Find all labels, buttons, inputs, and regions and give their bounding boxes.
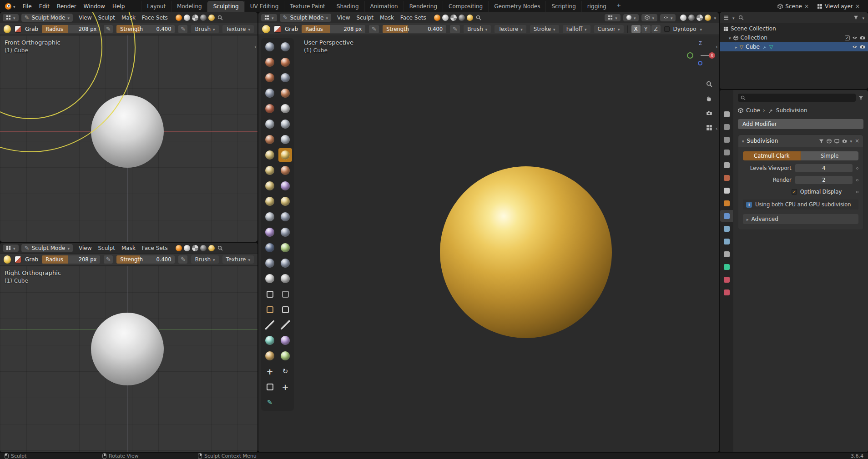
shading-wireframe-icon[interactable]	[680, 15, 686, 21]
strength-pressure-button[interactable]	[178, 25, 187, 33]
tool-button[interactable]	[278, 272, 292, 285]
tool-button[interactable]	[263, 318, 277, 332]
search-icon[interactable]	[217, 15, 223, 20]
optimal-display-checkbox[interactable]	[792, 189, 797, 195]
brush-dropdown[interactable]: Brush	[191, 255, 218, 264]
sculpt-object-sphere[interactable]	[440, 166, 612, 338]
viewport-menu-item[interactable]: View	[76, 244, 95, 252]
topbar-menu-item[interactable]: Render	[53, 2, 80, 11]
workspace-tab[interactable]: Modeling	[171, 1, 207, 12]
workspace-tab[interactable]: Animation	[364, 1, 404, 12]
camera-icon[interactable]	[860, 44, 865, 50]
sculpt-object-sphere[interactable]	[91, 313, 164, 385]
radius-slider[interactable]: Radius208 px	[42, 255, 100, 264]
tool-button[interactable]	[263, 148, 277, 162]
shading-material-icon[interactable]	[192, 15, 198, 21]
properties-search-input[interactable]	[738, 94, 856, 102]
workspace-tab[interactable]: Scripting	[545, 1, 581, 12]
editor-type-button[interactable]	[3, 14, 19, 21]
toggle-ortho-button[interactable]	[704, 123, 714, 133]
shading-solid-icon[interactable]	[184, 245, 190, 251]
tool-button[interactable]	[263, 55, 277, 69]
radius-slider[interactable]: Radius208 px	[302, 25, 365, 33]
tool-button[interactable]	[263, 349, 277, 363]
shading-preview-icon[interactable]	[208, 245, 215, 251]
gizmo-x-axis[interactable]: X	[709, 52, 715, 59]
remove-view-layer-icon[interactable]	[855, 4, 860, 9]
collection-checkbox[interactable]	[845, 35, 850, 40]
workspace-tab[interactable]: Sculpting	[207, 1, 244, 12]
gizmo-y-axis[interactable]	[687, 52, 693, 59]
properties-tab[interactable]	[720, 146, 733, 158]
properties-tab[interactable]	[720, 121, 733, 133]
brush-preview-icon[interactable]	[4, 255, 11, 264]
tool-button[interactable]	[278, 225, 292, 239]
scene-selector[interactable]: Scene	[775, 2, 812, 10]
animate-dot-icon[interactable]	[856, 167, 858, 170]
shading-material-icon[interactable]	[450, 15, 457, 21]
strength-slider[interactable]: Strength0.400	[116, 255, 175, 264]
snapping-dropdown[interactable]	[605, 14, 621, 21]
viewport-menu-item[interactable]: View	[334, 14, 353, 22]
workspace-tab[interactable]: Layout	[141, 1, 171, 12]
shading-solid-icon[interactable]	[442, 15, 449, 21]
tool-button[interactable]	[278, 195, 292, 208]
properties-tab[interactable]	[720, 172, 733, 184]
radius-slider[interactable]: Radius208 px	[42, 25, 100, 33]
shading-preview-icon[interactable]	[208, 15, 215, 21]
outliner-row-collection[interactable]: Collection	[720, 33, 868, 42]
strength-pressure-button[interactable]	[178, 255, 187, 264]
tool-button[interactable]	[278, 71, 292, 85]
tool-button[interactable]	[278, 102, 292, 115]
modifier-wrench-icon[interactable]	[762, 45, 767, 50]
dyntopo-checkbox[interactable]	[664, 26, 670, 32]
field-value[interactable]: 2	[795, 176, 853, 184]
viewport-canvas[interactable]: User Perspective (1) Cube Z X	[258, 35, 719, 452]
tool-button[interactable]	[263, 241, 277, 254]
search-icon[interactable]	[476, 15, 481, 20]
shading-rendered-icon[interactable]	[200, 245, 207, 251]
filter-icon[interactable]	[853, 15, 858, 20]
viewport-menu-item[interactable]: Mask	[377, 14, 397, 22]
workspace-tab[interactable]: Texture Paint	[284, 1, 330, 12]
viewport-canvas[interactable]: Front Orthographic (1) Cube	[0, 35, 257, 242]
tool-button[interactable]	[278, 349, 292, 363]
camera-view-button[interactable]	[704, 108, 714, 118]
strength-slider[interactable]: Strength0.400	[383, 25, 446, 33]
navigation-gizmo[interactable]: Z X	[686, 41, 715, 70]
properties-tab[interactable]	[720, 223, 733, 234]
tool-button[interactable]	[263, 364, 277, 378]
chevron-down-icon[interactable]	[862, 15, 864, 20]
shading-preview-icon[interactable]	[467, 15, 473, 21]
tool-button[interactable]	[263, 40, 277, 54]
shading-rendered-icon[interactable]	[705, 15, 711, 21]
sidebar-toggle-icon[interactable]	[254, 44, 257, 50]
region-toggle-icon[interactable]	[716, 125, 718, 131]
brush-dropdown[interactable]: Brush	[191, 25, 218, 33]
viewport-menu-item[interactable]: Sculpt	[353, 14, 376, 22]
properties-tab[interactable]	[720, 286, 733, 298]
tool-button[interactable]	[278, 55, 292, 69]
tool-button[interactable]	[278, 303, 292, 316]
tool-button[interactable]	[263, 287, 277, 301]
radius-pressure-button[interactable]	[104, 25, 113, 33]
subdivision-type-button[interactable]: Simple	[801, 151, 859, 160]
brush-preview-icon[interactable]	[262, 25, 270, 33]
viewport-canvas[interactable]: Right Orthographic (1) Cube	[0, 266, 257, 452]
matcap-sphere-icon[interactable]	[176, 245, 182, 251]
viewport-menu-item[interactable]: Sculpt	[95, 244, 118, 252]
topbar-menu-item[interactable]: Edit	[35, 2, 53, 11]
properties-tab[interactable]	[720, 261, 733, 273]
tool-button[interactable]	[263, 117, 277, 131]
eye-icon[interactable]	[852, 44, 858, 50]
viewport-menu-item[interactable]: Mask	[118, 244, 139, 252]
matcap-sphere-icon[interactable]	[176, 15, 182, 21]
filter-icon[interactable]	[858, 95, 863, 100]
viewport-menu-item[interactable]: View	[76, 14, 95, 22]
strength-slider[interactable]: Strength0.400	[116, 25, 175, 33]
tool-button[interactable]	[278, 148, 292, 162]
mode-dropdown[interactable]: Sculpt Mode	[280, 14, 331, 22]
properties-tab[interactable]	[720, 159, 733, 171]
mirror-axis-button[interactable]: Z	[651, 25, 661, 33]
tool-button[interactable]	[263, 71, 277, 85]
